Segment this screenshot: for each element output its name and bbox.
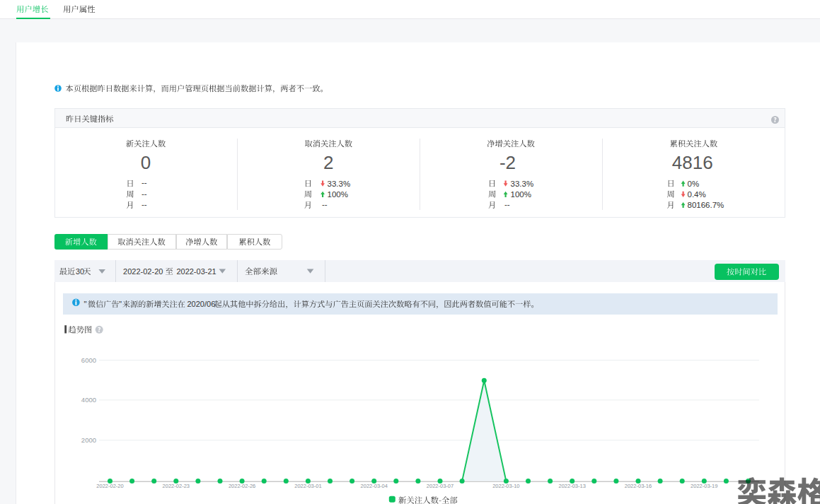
svg-text:-2: -2 [499,152,516,173]
svg-text:2022-03-16: 2022-03-16 [625,483,652,489]
svg-text:6000: 6000 [81,356,96,364]
svg-text:--: -- [322,200,328,209]
svg-text:--: -- [142,200,147,209]
svg-text:2022-03-21: 2022-03-21 [176,267,216,276]
svg-text:2022-02-26: 2022-02-26 [229,483,255,489]
svg-text:2020/06: 2020/06 [187,300,216,308]
svg-text:2: 2 [323,152,333,173]
svg-text:--: -- [142,178,147,187]
svg-text:0.4%: 0.4% [688,190,706,199]
svg-text:33.3%: 33.3% [328,180,351,188]
svg-text:0%: 0% [688,180,700,188]
svg-text:2022-02-20: 2022-02-20 [96,483,123,489]
svg-text:2022-03-04: 2022-03-04 [361,483,388,489]
svg-text:--: -- [504,200,510,209]
svg-text:30: 30 [76,267,84,276]
svg-text:4816: 4816 [672,152,713,173]
svg-text:": " [84,300,87,308]
svg-text:2022-03-13: 2022-03-13 [558,483,585,489]
svg-text:2022-03-10: 2022-03-10 [492,483,519,489]
svg-text:": " [119,300,122,308]
svg-text:4000: 4000 [81,396,96,404]
svg-text:2000: 2000 [81,436,96,444]
svg-text:--: -- [142,189,147,198]
svg-text:2022-02-20: 2022-02-20 [123,267,163,276]
svg-text:2022-02-23: 2022-02-23 [163,483,190,489]
svg-text:2022-03-19: 2022-03-19 [691,483,717,489]
svg-text:100%: 100% [511,190,531,199]
svg-text:2022-03-01: 2022-03-01 [294,483,321,489]
svg-text:80166.7%: 80166.7% [688,201,724,209]
svg-text:2022-03-07: 2022-03-07 [427,483,454,489]
svg-text:0: 0 [141,152,151,173]
svg-text:33.3%: 33.3% [511,180,534,188]
svg-text:100%: 100% [328,190,348,199]
